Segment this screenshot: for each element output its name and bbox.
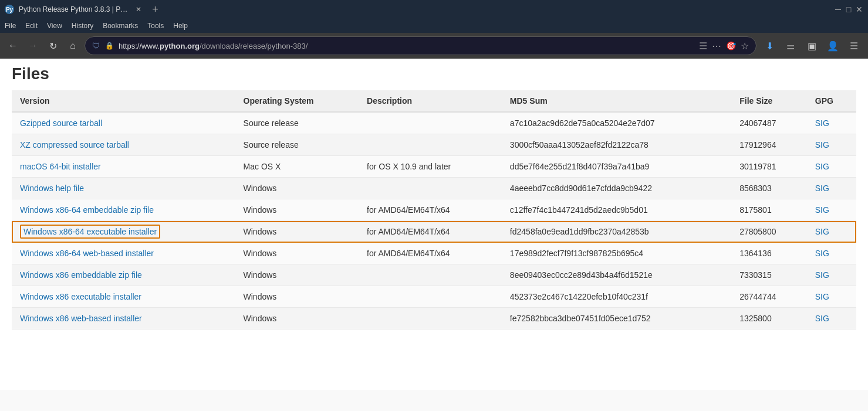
version-link[interactable]: Windows x86-64 executable installer: [20, 225, 160, 239]
version-link[interactable]: Windows x86 embeddable zip file: [20, 270, 142, 280]
tab-close-btn[interactable]: ✕: [136, 5, 141, 13]
download-btn[interactable]: ⬇: [760, 36, 779, 55]
hamburger-btn[interactable]: ☰: [845, 36, 863, 55]
cell-os: Windows: [235, 221, 359, 243]
cell-gpg: SIG: [807, 112, 856, 134]
svg-text:Py: Py: [6, 6, 13, 13]
firefox-view-btn[interactable]: ▣: [802, 36, 821, 55]
title-bar: Py Python Release Python 3.8.3 | P… ✕ + …: [0, 0, 868, 19]
version-link[interactable]: Windows x86-64 web-based installer: [20, 249, 154, 258]
table-row: Windows x86 executable installerWindows4…: [12, 286, 856, 308]
cell-gpg: SIG: [807, 308, 856, 330]
sig-link[interactable]: SIG: [815, 292, 829, 301]
version-link[interactable]: Windows x86 executable installer: [20, 292, 141, 301]
new-tab-btn[interactable]: +: [152, 4, 158, 16]
pocket-icon[interactable]: 🎯: [726, 41, 736, 50]
forward-btn[interactable]: →: [25, 38, 41, 54]
cell-md5: fe72582bbca3dbe07451fd05ece1d752: [502, 308, 731, 330]
sig-link[interactable]: SIG: [815, 118, 829, 128]
sig-link[interactable]: SIG: [815, 140, 829, 150]
menu-history[interactable]: History: [72, 22, 93, 30]
version-link[interactable]: Windows help file: [20, 184, 84, 193]
address-text: https://www.python.org/downloads/release…: [119, 42, 694, 50]
reload-btn[interactable]: ↻: [45, 38, 61, 54]
close-btn[interactable]: ✕: [855, 5, 863, 13]
url-domain: python.org: [160, 42, 200, 50]
sig-link[interactable]: SIG: [815, 184, 829, 193]
cell-md5: a7c10a2ac9d62de75a0ca5204e2e7d07: [502, 112, 731, 134]
cell-gpg: SIG: [807, 178, 856, 199]
address-bar[interactable]: 🛡 🔒 https://www.python.org/downloads/rel…: [85, 36, 756, 55]
cell-gpg: SIG: [807, 156, 856, 178]
maximize-btn[interactable]: □: [845, 5, 853, 13]
cell-description: [359, 286, 502, 308]
reader-view-icon[interactable]: ☰: [699, 40, 707, 52]
cell-os: Windows: [235, 199, 359, 221]
cell-description: for OS X 10.9 and later: [359, 156, 502, 178]
version-link[interactable]: macOS 64-bit installer: [20, 162, 101, 171]
version-link[interactable]: Gzipped source tarball: [20, 118, 102, 128]
menu-edit[interactable]: Edit: [25, 22, 38, 30]
home-btn[interactable]: ⌂: [65, 38, 81, 54]
cell-version: Gzipped source tarball: [12, 112, 235, 134]
cell-md5: 3000cf50aaa413052aef82fd2122ca78: [502, 134, 731, 156]
cell-size: 30119781: [731, 156, 807, 178]
nav-actions: ⬇ ⚌ ▣ 👤 ☰: [760, 36, 863, 55]
title-bar-left: Py Python Release Python 3.8.3 | P… ✕ +: [5, 4, 158, 16]
cell-version: macOS 64-bit installer: [12, 156, 235, 178]
cell-size: 1325800: [731, 308, 807, 330]
sig-link[interactable]: SIG: [815, 270, 829, 280]
table-row: Windows x86 embeddable zip fileWindows8e…: [12, 264, 856, 286]
cell-version: Windows x86-64 executable installer: [12, 221, 235, 243]
tab-title: Python Release Python 3.8.3 | P…: [19, 5, 127, 13]
col-md5: MD5 Sum: [502, 90, 731, 112]
cell-description: [359, 112, 502, 134]
cell-size: 24067487: [731, 112, 807, 134]
table-header: Version Operating System Description MD5…: [12, 90, 856, 112]
menu-bookmarks[interactable]: Bookmarks: [103, 22, 138, 30]
minimize-btn[interactable]: ─: [834, 5, 842, 13]
sig-link[interactable]: SIG: [815, 162, 829, 171]
bookmark-star-icon[interactable]: ☆: [741, 40, 749, 52]
cell-os: Source release: [235, 134, 359, 156]
cell-md5: 4aeeebd7cc8dd90d61e7cfdda9cb9422: [502, 178, 731, 199]
cell-gpg: SIG: [807, 199, 856, 221]
cell-md5: 8ee09403ec0cc2e89d43b4a4f6d1521e: [502, 264, 731, 286]
shield-icon: 🛡: [92, 41, 100, 50]
sig-link[interactable]: SIG: [815, 314, 829, 323]
version-link[interactable]: Windows x86 web-based installer: [20, 314, 142, 323]
version-link[interactable]: XZ compressed source tarball: [20, 140, 129, 150]
cell-description: [359, 308, 502, 330]
page-title: Files: [12, 59, 856, 90]
col-description: Description: [359, 90, 502, 112]
menu-file[interactable]: File: [5, 22, 16, 30]
sig-link[interactable]: SIG: [815, 205, 829, 215]
cell-os: Windows: [235, 308, 359, 330]
version-link[interactable]: Windows x86-64 embeddable zip file: [20, 205, 154, 215]
menu-help[interactable]: Help: [173, 22, 188, 30]
table-row: Windows x86 web-based installerWindowsfe…: [12, 308, 856, 330]
back-btn[interactable]: ←: [5, 38, 21, 54]
col-os: Operating System: [235, 90, 359, 112]
sig-link[interactable]: SIG: [815, 227, 829, 236]
col-size: File Size: [731, 90, 807, 112]
menu-view[interactable]: View: [47, 22, 62, 30]
synced-tabs-btn[interactable]: ⚌: [781, 36, 800, 55]
cell-os: Source release: [235, 112, 359, 134]
account-btn[interactable]: 👤: [823, 36, 842, 55]
table-body: Gzipped source tarballSource releasea7c1…: [12, 112, 856, 330]
python-favicon: Py: [5, 5, 14, 14]
cell-description: for AMD64/EM64T/x64: [359, 243, 502, 264]
url-prefix: https://www.: [119, 42, 160, 50]
url-path: /downloads/release/python-383/: [200, 42, 308, 50]
cell-md5: dd5e7f64e255d21f8d407f39a7a41ba9: [502, 156, 731, 178]
cell-version: Windows x86 executable installer: [12, 286, 235, 308]
cell-md5: c12ffe7f4c1b447241d5d2aedc9b5d01: [502, 199, 731, 221]
sig-link[interactable]: SIG: [815, 249, 829, 258]
cell-size: 26744744: [731, 286, 807, 308]
menu-tools[interactable]: Tools: [147, 22, 164, 30]
cell-version: Windows x86 web-based installer: [12, 308, 235, 330]
more-options-icon[interactable]: ⋯: [712, 40, 721, 52]
window-controls: ─ □ ✕: [834, 5, 863, 13]
table-row: Windows x86-64 web-based installerWindow…: [12, 243, 856, 264]
